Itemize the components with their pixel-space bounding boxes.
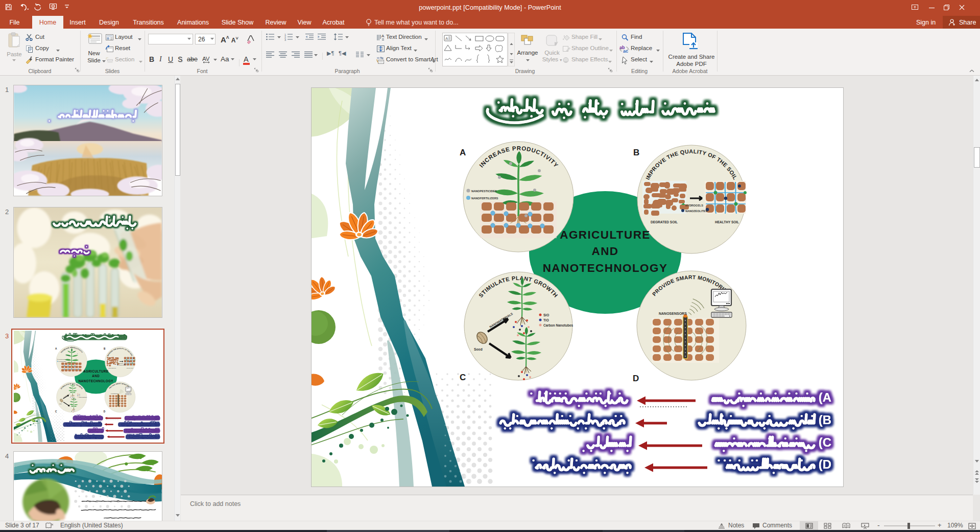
svg-text:AV: AV <box>202 56 210 62</box>
svg-text:3: 3 <box>284 38 286 41</box>
svg-text:A: A <box>381 34 385 38</box>
svg-text:A: A <box>445 36 448 41</box>
